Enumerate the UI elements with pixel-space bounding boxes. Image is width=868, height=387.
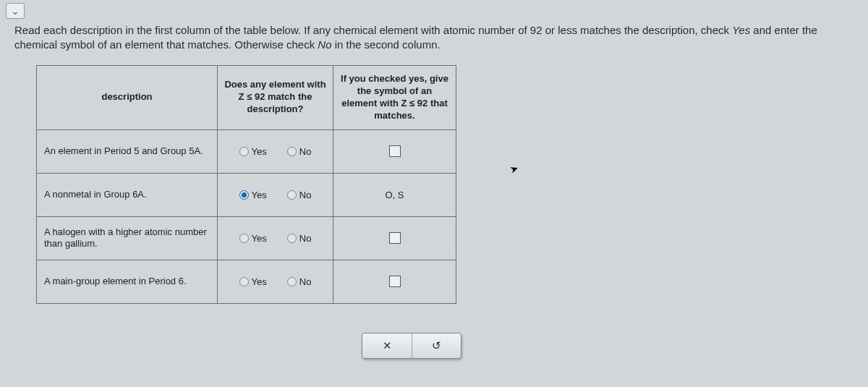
header-symbol: If you checked yes, give the symbol of a… bbox=[333, 66, 456, 130]
row-symbol-cell[interactable]: O, S bbox=[333, 173, 456, 216]
radio-dot-icon bbox=[287, 147, 297, 156]
row-description: An element in Period 5 and Group 5A. bbox=[37, 129, 218, 173]
radio-yes[interactable]: Yes bbox=[239, 233, 267, 244]
table-header-row: description Does any element with Z ≤ 92… bbox=[37, 66, 456, 130]
radio-yes-label: Yes bbox=[252, 190, 267, 200]
radio-no[interactable]: No bbox=[287, 233, 312, 244]
radio-yes[interactable]: Yes bbox=[239, 190, 267, 200]
radio-dot-icon bbox=[287, 277, 297, 286]
row-description: A main-group element in Period 6. bbox=[37, 260, 218, 303]
radio-yes-label: Yes bbox=[252, 146, 267, 157]
radio-no-label: No bbox=[299, 276, 312, 287]
chevron-down-icon: ⌄ bbox=[11, 5, 20, 17]
radio-no-label: No bbox=[299, 190, 312, 200]
radio-yes-label: Yes bbox=[252, 233, 267, 244]
row-symbol-cell[interactable] bbox=[333, 129, 456, 173]
row-symbol-cell[interactable] bbox=[333, 260, 456, 303]
instr-yes: Yes bbox=[732, 24, 750, 36]
radio-group: Yes No bbox=[218, 190, 332, 200]
close-icon: ✕ bbox=[383, 339, 392, 352]
row-match-cell: Yes No bbox=[218, 173, 333, 216]
undo-button[interactable]: ↺ bbox=[412, 333, 461, 358]
row-match-cell: Yes No bbox=[218, 129, 333, 173]
table-row: An element in Period 5 and Group 5A. Yes… bbox=[37, 129, 456, 173]
radio-dot-icon bbox=[239, 234, 249, 243]
instr-part-a: Read each description in the first colum… bbox=[14, 24, 732, 36]
undo-icon: ↺ bbox=[432, 339, 441, 352]
expand-toggle[interactable]: ⌄ bbox=[6, 3, 25, 19]
radio-dot-icon bbox=[239, 277, 249, 286]
radio-no[interactable]: No bbox=[287, 146, 312, 157]
radio-no-label: No bbox=[299, 233, 312, 244]
cursor-icon: ➤ bbox=[509, 161, 521, 175]
table-row: A halogen with a higher atomic number th… bbox=[37, 216, 456, 260]
instr-no: No bbox=[318, 38, 331, 51]
instr-part-c: in the second column. bbox=[332, 38, 441, 51]
radio-group: Yes No bbox=[218, 276, 332, 287]
row-description: A nonmetal in Group 6A. bbox=[37, 173, 218, 216]
radio-group: Yes No bbox=[218, 233, 332, 244]
radio-no-label: No bbox=[299, 146, 312, 157]
radio-dot-icon bbox=[239, 190, 249, 200]
radio-dot-icon bbox=[287, 190, 297, 200]
radio-no[interactable]: No bbox=[287, 190, 312, 200]
table-row: A nonmetal in Group 6A. Yes No bbox=[37, 173, 456, 216]
symbol-input-placeholder bbox=[389, 232, 401, 244]
row-description: A halogen with a higher atomic number th… bbox=[37, 216, 218, 260]
symbol-value: O, S bbox=[385, 190, 404, 200]
symbol-input-placeholder bbox=[389, 276, 401, 287]
radio-yes-label: Yes bbox=[252, 276, 267, 287]
radio-yes[interactable]: Yes bbox=[239, 276, 267, 287]
row-match-cell: Yes No bbox=[218, 260, 333, 303]
clear-button[interactable]: ✕ bbox=[362, 333, 412, 358]
row-match-cell: Yes No bbox=[218, 216, 333, 260]
instructions-text: Read each description in the first colum… bbox=[14, 23, 854, 53]
radio-group: Yes No bbox=[218, 146, 332, 157]
question-table-wrap: description Does any element with Z ≤ 92… bbox=[36, 65, 456, 304]
symbol-input-placeholder bbox=[389, 145, 401, 157]
question-table: description Does any element with Z ≤ 92… bbox=[36, 65, 456, 304]
header-match: Does any element with Z ≤ 92 match the d… bbox=[218, 66, 333, 130]
table-row: A main-group element in Period 6. Yes No bbox=[37, 260, 456, 303]
radio-yes[interactable]: Yes bbox=[239, 146, 267, 157]
answer-toolbar: ✕ ↺ bbox=[362, 333, 461, 359]
header-description: description bbox=[37, 66, 218, 130]
radio-dot-icon bbox=[287, 234, 297, 243]
radio-dot-icon bbox=[239, 147, 249, 156]
row-symbol-cell[interactable] bbox=[333, 216, 456, 260]
radio-no[interactable]: No bbox=[287, 276, 312, 287]
